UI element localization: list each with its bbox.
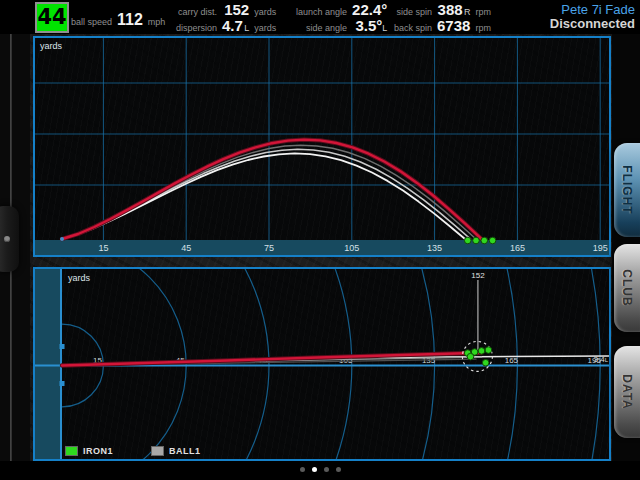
iron-color-swatch	[65, 446, 78, 456]
page-dot[interactable]	[336, 467, 341, 472]
ball-landing-dot	[464, 237, 471, 244]
stat-value: 152	[224, 3, 249, 17]
stat-unit: rpm	[475, 21, 491, 35]
x-tick-label: 195	[593, 243, 608, 253]
carry-marker-label: 152	[471, 271, 485, 280]
stat-ball-speed: ball speed 112 mph	[71, 13, 165, 29]
legend: IRON1 BALL1	[65, 446, 201, 456]
ball-landing-dot	[481, 237, 488, 244]
x-tick-label: 135	[427, 243, 442, 253]
tab-club[interactable]: CLUB	[614, 244, 640, 332]
ball-landing-dot	[473, 237, 480, 244]
tab-flight[interactable]: FLIGHT	[614, 143, 640, 237]
alignment-dot	[60, 344, 65, 349]
y-axis-unit-label: yards	[40, 41, 62, 51]
x-tick-label: 45	[181, 243, 191, 253]
shot-number-badge[interactable]: 44	[35, 2, 69, 33]
stat-carry-dispersion: carry dist. 152 yards dispersion 4.7 L y…	[176, 3, 276, 35]
stat-unit: yards	[254, 5, 276, 19]
stat-value: 22.4°	[352, 3, 387, 17]
ball-landing-dot	[482, 359, 489, 366]
main-area: yards 154575105135165195 yards 154575105…	[0, 34, 640, 461]
stat-unit: rpm	[475, 5, 491, 19]
stat-spin: side spin 388 R rpm back spin 6738 rpm	[394, 3, 491, 35]
stat-label: launch angle	[296, 5, 347, 19]
launch-monitor-app: 44 ball speed 112 mph carry dist. 152 ya…	[0, 0, 640, 480]
ball-landing-dot	[467, 353, 474, 360]
page-dot[interactable]	[324, 467, 329, 472]
stat-label: dispersion	[176, 21, 217, 35]
deviation-label: 3.4L	[594, 355, 609, 364]
footer-bar	[0, 461, 640, 480]
x-tick-label: 75	[264, 243, 274, 253]
legend-label: BALL1	[169, 446, 201, 456]
tab-data[interactable]: DATA	[614, 346, 640, 438]
stats-bar: 44 ball speed 112 mph carry dist. 152 ya…	[0, 0, 640, 34]
trace-current-shot	[62, 353, 482, 366]
ball-color-swatch	[151, 446, 164, 456]
legend-label: IRON1	[83, 446, 113, 456]
stat-value: 4.7 L	[222, 19, 249, 35]
top-view-chart[interactable]: yards 1545751051351651951523.4L IRON1 BA…	[33, 267, 611, 461]
stat-unit: yards	[254, 21, 276, 35]
profile-box: Pete 7i Fade Disconnected	[550, 3, 635, 31]
side-view-plot: 154575105135165195	[35, 38, 609, 255]
tee-point	[60, 237, 64, 241]
stat-label: ball speed	[71, 15, 112, 29]
drawer-handle[interactable]	[0, 206, 19, 272]
stat-unit: mph	[148, 15, 166, 29]
ball-landing-dot	[478, 348, 485, 355]
x-tick-label: 165	[505, 356, 519, 365]
trace-previous-shot-white	[62, 153, 465, 239]
profile-name[interactable]: Pete 7i Fade	[550, 3, 635, 17]
tee-panel	[35, 269, 60, 459]
x-tick-label: 165	[510, 243, 525, 253]
stat-value: 6738	[437, 19, 470, 33]
stat-launch-side-angle: launch angle 22.4° side angle 3.5°L	[296, 3, 392, 35]
stat-label: back spin	[394, 21, 432, 35]
side-view-chart[interactable]: yards 154575105135165195	[33, 36, 611, 257]
drawer-handle-dot-icon	[4, 236, 10, 242]
page-dot[interactable]	[312, 467, 317, 472]
stat-value: 3.5°L	[355, 19, 387, 35]
page-indicator[interactable]	[0, 467, 640, 472]
legend-item-iron[interactable]: IRON1	[65, 446, 113, 456]
stat-label: side angle	[306, 21, 347, 35]
page-dot[interactable]	[300, 467, 305, 472]
ball-landing-dot	[489, 237, 496, 244]
x-tick-label: 15	[98, 243, 108, 253]
stat-label: side spin	[397, 5, 433, 19]
stat-label: carry dist.	[178, 5, 217, 19]
top-view-plot: 1545751051351651951523.4L	[35, 269, 609, 459]
x-tick-label: 105	[344, 243, 359, 253]
connection-status: Disconnected	[550, 17, 635, 31]
alignment-dot	[60, 381, 65, 386]
stat-value: 112	[117, 13, 143, 27]
legend-item-ball[interactable]: BALL1	[151, 446, 201, 456]
ball-landing-dot	[485, 347, 492, 354]
y-axis-unit-label: yards	[68, 273, 90, 283]
